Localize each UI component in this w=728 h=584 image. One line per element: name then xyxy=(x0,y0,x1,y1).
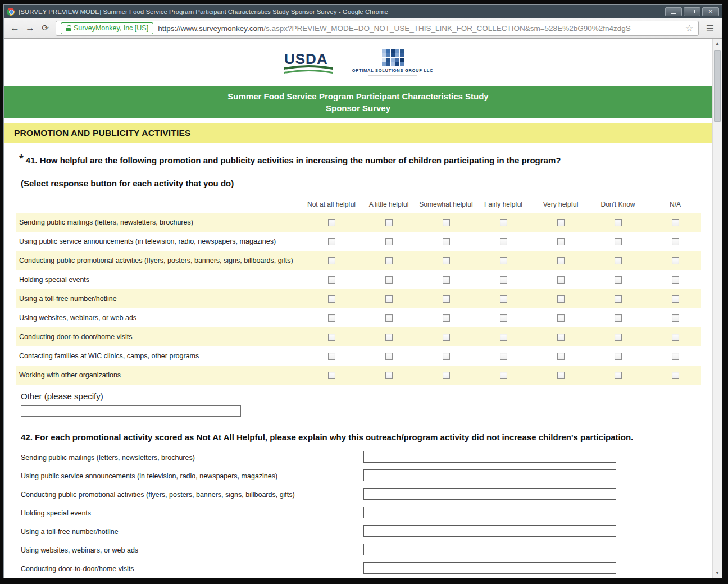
response-checkbox[interactable] xyxy=(557,353,565,360)
q42-answer-input[interactable] xyxy=(363,469,616,481)
response-checkbox[interactable] xyxy=(500,314,507,322)
usda-logo: USDA xyxy=(283,48,334,76)
scrollbar-thumb[interactable] xyxy=(714,50,721,122)
matrix-row: Using a toll-free number/hotline xyxy=(16,289,701,308)
response-checkbox[interactable] xyxy=(443,257,450,264)
matrix-cell xyxy=(303,257,360,264)
response-checkbox[interactable] xyxy=(557,295,565,303)
matrix-row: Working with other organizations xyxy=(16,366,701,385)
q42-answer-input[interactable] xyxy=(363,525,616,537)
q42-answer-input[interactable] xyxy=(363,507,616,518)
q41-matrix: Not at all helpfulA little helpfulSomewh… xyxy=(16,200,701,385)
response-checkbox[interactable] xyxy=(500,334,507,341)
response-checkbox[interactable] xyxy=(557,219,565,226)
close-button[interactable]: ✕ xyxy=(702,7,719,16)
response-checkbox[interactable] xyxy=(328,334,335,341)
response-checkbox[interactable] xyxy=(443,219,450,226)
response-checkbox[interactable] xyxy=(443,314,450,322)
response-checkbox[interactable] xyxy=(328,314,335,322)
response-checkbox[interactable] xyxy=(557,314,565,322)
response-checkbox[interactable] xyxy=(385,353,393,360)
response-checkbox[interactable] xyxy=(385,334,393,341)
response-checkbox[interactable] xyxy=(443,295,450,303)
response-checkbox[interactable] xyxy=(385,257,393,264)
response-checkbox[interactable] xyxy=(328,219,335,226)
response-checkbox[interactable] xyxy=(557,257,565,264)
chrome-menu-button[interactable]: ☰ xyxy=(702,21,718,36)
url-domain: https://www.surveymonkey.com xyxy=(158,24,263,33)
logo-divider xyxy=(343,51,343,74)
matrix-cell xyxy=(589,372,647,379)
response-checkbox[interactable] xyxy=(500,295,507,303)
response-checkbox[interactable] xyxy=(615,372,622,379)
response-checkbox[interactable] xyxy=(672,334,679,341)
bookmark-star-icon[interactable]: ☆ xyxy=(685,22,694,34)
response-checkbox[interactable] xyxy=(500,276,507,284)
matrix-cell xyxy=(647,257,704,264)
response-checkbox[interactable] xyxy=(557,238,565,245)
response-checkbox[interactable] xyxy=(328,276,335,284)
response-checkbox[interactable] xyxy=(672,353,679,360)
response-checkbox[interactable] xyxy=(557,372,565,379)
matrix-cell xyxy=(360,372,417,379)
ev-security-chip[interactable]: SurveyMonkey, Inc [US] xyxy=(61,22,153,34)
response-checkbox[interactable] xyxy=(672,257,679,264)
page-scrollbar[interactable]: ▲ ▼ xyxy=(712,39,722,578)
response-checkbox[interactable] xyxy=(500,219,507,226)
response-checkbox[interactable] xyxy=(615,276,622,284)
response-checkbox[interactable] xyxy=(443,372,450,379)
response-checkbox[interactable] xyxy=(385,314,393,322)
response-checkbox[interactable] xyxy=(672,276,679,284)
response-checkbox[interactable] xyxy=(615,257,622,264)
response-checkbox[interactable] xyxy=(328,295,335,303)
required-asterisk-icon: * xyxy=(19,156,24,161)
response-checkbox[interactable] xyxy=(672,295,679,303)
q42-answer-input[interactable] xyxy=(363,451,616,463)
response-checkbox[interactable] xyxy=(328,372,335,379)
response-checkbox[interactable] xyxy=(672,314,679,322)
response-checkbox[interactable] xyxy=(672,219,679,226)
back-button[interactable]: ← xyxy=(7,21,22,36)
address-bar[interactable]: SurveyMonkey, Inc [US] https://www.surve… xyxy=(56,21,699,36)
response-checkbox[interactable] xyxy=(385,295,393,303)
response-checkbox[interactable] xyxy=(385,219,393,226)
restore-button[interactable] xyxy=(684,7,700,16)
response-checkbox[interactable] xyxy=(615,353,622,360)
response-checkbox[interactable] xyxy=(385,372,393,379)
response-checkbox[interactable] xyxy=(443,276,450,284)
other-specify-input[interactable] xyxy=(21,405,241,417)
response-checkbox[interactable] xyxy=(500,238,507,245)
q42-answer-input[interactable] xyxy=(363,544,616,555)
response-checkbox[interactable] xyxy=(615,238,622,245)
response-checkbox[interactable] xyxy=(615,295,622,303)
response-checkbox[interactable] xyxy=(500,372,507,379)
response-checkbox[interactable] xyxy=(557,276,565,284)
response-checkbox[interactable] xyxy=(672,238,679,245)
response-checkbox[interactable] xyxy=(672,372,679,379)
response-checkbox[interactable] xyxy=(500,353,507,360)
response-checkbox[interactable] xyxy=(443,334,450,341)
matrix-cell xyxy=(417,219,475,226)
response-checkbox[interactable] xyxy=(328,238,335,245)
minimize-button[interactable] xyxy=(665,7,682,16)
response-checkbox[interactable] xyxy=(443,353,450,360)
response-checkbox[interactable] xyxy=(385,276,393,284)
response-checkbox[interactable] xyxy=(443,238,450,245)
reload-button[interactable]: ⟳ xyxy=(38,21,53,36)
q42-answer-input[interactable] xyxy=(363,488,616,500)
q42-answer-input[interactable] xyxy=(363,562,616,574)
response-checkbox[interactable] xyxy=(615,219,622,226)
response-checkbox[interactable] xyxy=(615,334,622,341)
back-icon: ← xyxy=(10,22,20,34)
matrix-cell xyxy=(475,353,532,360)
response-checkbox[interactable] xyxy=(500,257,507,264)
scroll-up-icon[interactable]: ▲ xyxy=(713,39,722,48)
response-checkbox[interactable] xyxy=(557,334,565,341)
scroll-down-icon[interactable]: ▼ xyxy=(713,568,722,578)
response-checkbox[interactable] xyxy=(328,257,335,264)
response-checkbox[interactable] xyxy=(328,353,335,360)
response-checkbox[interactable] xyxy=(385,238,393,245)
matrix-row: Contacting families at WIC clinics, camp… xyxy=(16,346,701,366)
forward-button[interactable]: → xyxy=(22,21,38,36)
response-checkbox[interactable] xyxy=(615,314,622,322)
